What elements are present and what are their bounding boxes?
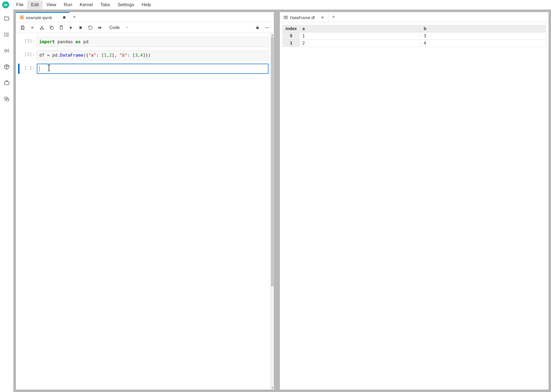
notebook-panel: example.ipynb + [16,12,274,390]
cell-prompt: [ ]: [20,64,37,70]
cell-value[interactable]: 3 [421,32,546,40]
cell-input[interactable]: import pandas as pd [37,37,269,47]
column-header[interactable]: a [300,25,421,32]
row-index: 0 [283,32,300,40]
menu-tabs[interactable]: Tabs [97,1,114,9]
svg-marker-22 [70,26,72,29]
svg-marker-25 [100,26,102,29]
text-cursor-icon [47,65,51,71]
cell-value[interactable]: 1 [300,32,421,40]
dataframe-panel: DataFrame df ✕ + indexab 013124 [280,12,549,390]
svg-line-33 [258,28,259,29]
svg-point-35 [267,27,268,28]
table-row[interactable]: 013 [283,32,546,40]
scroll-down-icon[interactable]: ▼ [271,386,274,390]
cell-input[interactable] [37,64,269,74]
svg-line-32 [256,28,257,29]
svg-rect-11 [22,26,23,27]
notebook-tab-bar: example.ipynb + [16,12,274,22]
code-cell[interactable]: [ ]: [18,64,269,74]
app-logo[interactable]: m [2,1,9,8]
table-icon [284,15,288,20]
inspector-icon[interactable] [3,79,10,86]
copy-button[interactable] [48,24,56,32]
svg-marker-24 [98,26,100,29]
variables-icon[interactable] [3,47,10,54]
menu-edit[interactable]: Edit [27,1,42,9]
table-row[interactable]: 124 [283,40,546,47]
menu-view[interactable]: View [43,1,60,9]
svg-point-3 [4,33,5,34]
svg-point-5 [4,36,5,37]
toc-icon[interactable] [3,31,10,38]
cell-prompt: [1]: [20,37,37,43]
restart-button[interactable] [86,24,94,32]
svg-line-17 [41,26,43,28]
cell-type-select[interactable]: Code [107,24,131,31]
scroll-up-icon[interactable]: ▲ [271,33,274,37]
svg-rect-6 [4,82,9,85]
row-index: 1 [283,40,300,47]
menu-items-container: FileEditViewRunKernelTabsSettingsHelp [12,1,155,9]
table-header-row: indexab [283,25,546,32]
menu-settings[interactable]: Settings [114,1,138,9]
scrollbar[interactable]: ▲ ▼ [270,33,274,390]
code-cell[interactable]: [2]:df = pd.DataFrame({"a": [1,2], "b": … [18,50,269,60]
svg-line-28 [256,27,257,27]
activity-bar [0,10,13,392]
stop-button[interactable] [77,24,85,32]
table-body: 013124 [283,32,546,47]
unsaved-indicator-icon [63,16,66,19]
menu-help[interactable]: Help [138,1,155,9]
column-header[interactable]: b [421,25,546,32]
menu-kernel[interactable]: Kernel [76,1,96,9]
dataframe-body: indexab 013124 [280,22,549,50]
debug-button[interactable] [253,24,262,32]
tab-example-ipynb[interactable]: example.ipynb [16,12,70,22]
tab-dataframe-df[interactable]: DataFrame df ✕ [280,12,329,22]
menu-run[interactable]: Run [60,1,76,9]
svg-line-18 [41,26,43,28]
chevron-down-icon [126,25,129,30]
run-button[interactable] [67,24,75,32]
notebook-toolbar: Code [16,22,274,33]
notebook-body[interactable]: [1]:import pandas as pd[2]:df = pd.DataF… [16,33,274,390]
chat-icon[interactable] [3,96,10,103]
folder-icon[interactable] [3,15,10,22]
save-button[interactable] [19,24,27,32]
svg-point-4 [4,34,5,35]
cut-button[interactable] [38,24,46,32]
dataframe-tab-bar: DataFrame df ✕ + [280,12,549,22]
cell-value[interactable]: 4 [421,40,546,47]
paste-button[interactable] [57,24,65,32]
main-area: example.ipynb + [0,10,551,392]
dataframe-table: indexab 013124 [282,25,546,47]
scroll-thumb[interactable] [271,37,274,286]
svg-point-34 [265,27,266,28]
new-tab-button[interactable]: + [70,14,79,20]
add-cell-button[interactable] [28,24,36,32]
menu-file[interactable]: File [12,1,27,9]
tab-label: DataFrame df [290,15,315,20]
svg-rect-10 [21,17,23,18]
cell-type-label: Code [109,25,120,30]
code-cell[interactable]: [1]:import pandas as pd [18,37,269,47]
extensions-icon[interactable] [3,63,10,70]
tab-label: example.ipynb [26,15,52,20]
svg-rect-12 [22,28,23,29]
workspace: example.ipynb + [13,10,551,392]
svg-point-36 [268,27,269,28]
menubar: m FileEditViewRunKernelTabsSettingsHelp [0,0,551,10]
column-header[interactable]: index [283,25,300,32]
cell-value[interactable]: 2 [300,40,421,47]
more-button[interactable] [263,24,271,32]
svg-line-29 [258,27,259,27]
svg-rect-23 [80,26,82,29]
cell-prompt: [2]: [20,50,37,57]
cell-input[interactable]: df = pd.DataFrame({"a": [1,2], "b": [3,4… [37,50,269,60]
notebook-icon [20,15,24,20]
svg-point-26 [256,27,259,29]
new-tab-button[interactable]: + [329,14,338,20]
run-all-button[interactable] [96,24,104,32]
close-icon[interactable]: ✕ [320,15,325,20]
